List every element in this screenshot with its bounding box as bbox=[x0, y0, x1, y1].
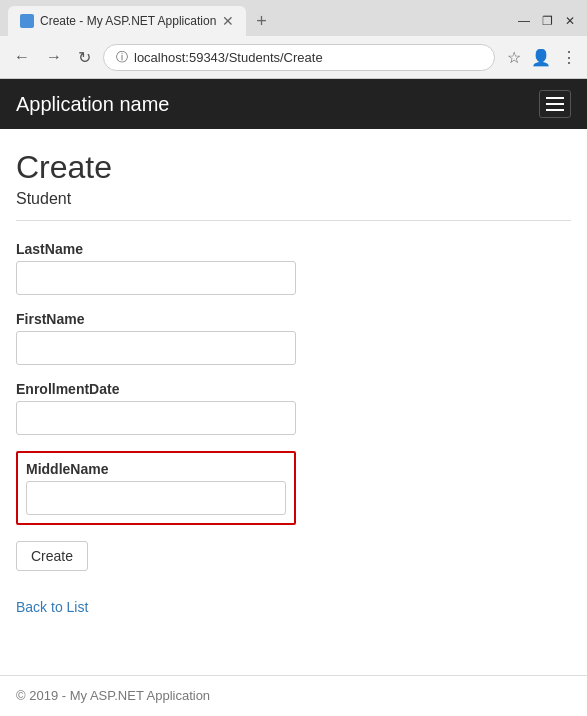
tab-title: Create - My ASP.NET Application bbox=[40, 14, 216, 28]
app-name: Application name bbox=[16, 93, 169, 116]
bookmark-icon[interactable]: ☆ bbox=[507, 48, 521, 67]
hamburger-line bbox=[546, 97, 564, 99]
lock-icon: ⓘ bbox=[116, 49, 128, 66]
forward-button[interactable]: → bbox=[42, 46, 66, 68]
footer-text: © 2019 - My ASP.NET Application bbox=[16, 688, 210, 703]
label-firstname: FirstName bbox=[16, 311, 571, 327]
label-lastname: LastName bbox=[16, 241, 571, 257]
address-bar[interactable]: ⓘ localhost:59343/Students/Create bbox=[103, 44, 495, 71]
form-group-middlename: MiddleName bbox=[16, 451, 571, 525]
tab-favicon bbox=[20, 14, 34, 28]
page-content: Create Student LastName FirstName Enroll… bbox=[0, 129, 587, 675]
form-group-enrollmentdate: EnrollmentDate bbox=[16, 381, 571, 435]
input-enrollmentdate[interactable] bbox=[16, 401, 296, 435]
input-lastname[interactable] bbox=[16, 261, 296, 295]
app-header: Application name bbox=[0, 79, 587, 129]
nav-bar: ← → ↻ ⓘ localhost:59343/Students/Create … bbox=[0, 36, 587, 78]
refresh-button[interactable]: ↻ bbox=[74, 46, 95, 69]
page-subtitle: Student bbox=[16, 190, 571, 208]
form-group-lastname: LastName bbox=[16, 241, 571, 295]
input-middlename[interactable] bbox=[26, 481, 286, 515]
create-button[interactable]: Create bbox=[16, 541, 88, 571]
url-text: localhost:59343/Students/Create bbox=[134, 50, 482, 65]
hamburger-menu[interactable] bbox=[539, 90, 571, 118]
tab-close-button[interactable]: ✕ bbox=[222, 13, 234, 29]
hamburger-line bbox=[546, 103, 564, 105]
window-controls: — ❐ ✕ bbox=[518, 14, 579, 28]
restore-button[interactable]: ❐ bbox=[542, 14, 553, 28]
minimize-button[interactable]: — bbox=[518, 14, 530, 28]
tab-bar: Create - My ASP.NET Application ✕ + — ❐ … bbox=[0, 0, 587, 36]
browser-chrome: Create - My ASP.NET Application ✕ + — ❐ … bbox=[0, 0, 587, 79]
back-button[interactable]: ← bbox=[10, 46, 34, 68]
nav-icons: ☆ 👤 ⋮ bbox=[507, 48, 577, 67]
profile-icon[interactable]: 👤 bbox=[531, 48, 551, 67]
close-button[interactable]: ✕ bbox=[565, 14, 575, 28]
browser-tab[interactable]: Create - My ASP.NET Application ✕ bbox=[8, 6, 246, 36]
create-form: LastName FirstName EnrollmentDate Middle… bbox=[16, 241, 571, 587]
input-firstname[interactable] bbox=[16, 331, 296, 365]
label-enrollmentdate: EnrollmentDate bbox=[16, 381, 571, 397]
form-group-firstname: FirstName bbox=[16, 311, 571, 365]
new-tab-button[interactable]: + bbox=[250, 11, 273, 32]
middlename-highlighted-container: MiddleName bbox=[16, 451, 296, 525]
divider bbox=[16, 220, 571, 221]
hamburger-line bbox=[546, 109, 564, 111]
page-title: Create bbox=[16, 149, 571, 186]
back-to-list-link[interactable]: Back to List bbox=[16, 599, 571, 615]
label-middlename: MiddleName bbox=[26, 461, 286, 477]
footer: © 2019 - My ASP.NET Application bbox=[0, 675, 587, 715]
menu-icon[interactable]: ⋮ bbox=[561, 48, 577, 67]
